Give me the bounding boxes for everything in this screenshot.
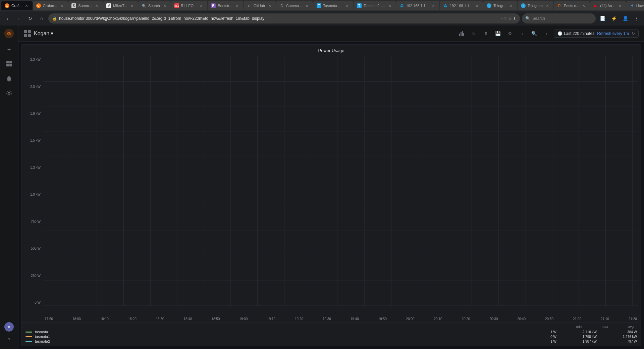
extensions-button[interactable]: ⚡ — [609, 14, 619, 23]
x-label-1830: 18:30 — [156, 317, 164, 321]
tab-close-mikrotik[interactable]: ✕ — [129, 3, 135, 8]
tab-close-youtube[interactable]: ✕ — [617, 3, 623, 8]
tab-tasmota2[interactable]: T Tasmota2 -... ✕ — [354, 1, 396, 10]
next-range-button[interactable]: › — [542, 29, 551, 38]
sidebar-item-add[interactable]: + — [2, 43, 16, 56]
user-avatar[interactable]: A — [4, 322, 14, 332]
legend-row-tasmota2-cyan[interactable]: tasmota2 1 W 1.987 kW 797 W — [25, 339, 637, 343]
tab-telegram2[interactable]: T Telegram ✕ — [518, 1, 553, 10]
settings-button[interactable]: ⚙ — [505, 29, 515, 38]
tab-grafana2[interactable]: G Grafan... ✕ — [33, 1, 68, 10]
svg-rect-4 — [6, 64, 9, 66]
tab-close-github[interactable]: ✕ — [267, 3, 272, 8]
svg-rect-5 — [9, 64, 12, 66]
sidebar-item-alerting[interactable] — [2, 72, 16, 86]
back-button[interactable]: ‹ — [3, 14, 12, 23]
legend-stats-tasmota1-orange: 0 W 1.790 kW 1.276 kW — [536, 335, 637, 339]
tab-favicon-grafana: G — [5, 3, 9, 8]
x-label-2050: 20:50 — [545, 317, 553, 321]
tab-close-grafana[interactable]: ✕ — [24, 3, 29, 8]
svg-rect-2 — [6, 61, 9, 63]
dashboard-grid-icon — [24, 30, 31, 37]
tab-favicon-bootstrap: B — [211, 3, 216, 8]
refresh-spin-icon: ↻ — [632, 31, 635, 36]
legend-header: min max avg — [25, 325, 637, 329]
svg-rect-8 — [459, 34, 460, 36]
tab-close-ip2[interactable]: ✕ — [474, 3, 480, 8]
grid-cell-1 — [24, 30, 27, 33]
sidebar-bottom: A ? — [2, 322, 16, 346]
tab-title-tasmota2: Tasmota2 -... — [364, 4, 385, 8]
tab-grafana-kogan[interactable]: G Graf... ✕ — [1, 1, 33, 10]
tab-close-tasmota1[interactable]: ✕ — [344, 3, 350, 8]
tab-tasmota1[interactable]: T Tasmota -... ✕ — [313, 1, 353, 10]
tab-favicon-youtube: ▶ — [593, 3, 598, 8]
tab-posts[interactable]: P Posts c... ✕ — [554, 1, 590, 10]
tab-favicon-mikrotik: M — [106, 3, 111, 8]
x-label-2010: 20:10 — [434, 317, 442, 321]
menu-button[interactable]: ⋮ — [632, 14, 641, 23]
legend-max-tasmota1-orange: 1.790 kW — [577, 335, 597, 339]
svg-point-6 — [8, 80, 10, 82]
dashboard-header: Kogan ▾ ☆ ⬆ 💾 ⚙ ‹ 🔍 › 🕐 Last 220 minutes… — [18, 26, 644, 42]
legend-max-tasmota1-green: 2.110 kW — [577, 330, 597, 334]
share-button[interactable]: ⬆ — [481, 29, 491, 38]
prev-range-button[interactable]: ‹ — [518, 29, 527, 38]
profile-button[interactable]: 👤 — [621, 14, 630, 23]
legend-row-tasmota1-orange[interactable]: tasmota1 0 W 1.790 kW 1.276 kW — [25, 335, 637, 339]
sidebar-item-settings[interactable] — [2, 87, 16, 101]
chart-svg — [43, 56, 638, 306]
save-button[interactable]: 💾 — [493, 29, 503, 38]
legend-row-tasmota1-green[interactable]: tasmota1 1 W 2.110 kW 384 W — [25, 330, 637, 334]
legend-label-tasmota1-orange: tasmota1 — [35, 335, 534, 339]
grafana-logo[interactable]: G — [4, 28, 14, 39]
header-actions: ☆ ⬆ 💾 ⚙ ‹ 🔍 › 🕐 Last 220 minutes Refresh… — [457, 29, 639, 38]
tab-close-ip1[interactable]: ✕ — [431, 3, 436, 8]
tab-ip1[interactable]: 🌐 192.168.1.1... ✕ — [396, 1, 439, 10]
y-label-20kw: 2.0 kW — [23, 85, 41, 89]
tab-close-telegram1[interactable]: ✕ — [508, 3, 514, 8]
bookmarks-button[interactable]: 📑 — [598, 14, 607, 23]
sidebar-item-dashboards[interactable] — [2, 58, 16, 71]
y-label-1kw: 1.0 kW — [23, 193, 41, 196]
tab-mikrotik[interactable]: M MikroT... ✕ — [103, 1, 138, 10]
x-label-1840: 18:40 — [183, 317, 192, 321]
tab-youtube[interactable]: ▶ (44) An... ✕ — [590, 1, 626, 10]
dashboard-title[interactable]: Kogan ▾ — [34, 30, 53, 37]
tab-telegram1[interactable]: T Telegr... ✕ — [483, 1, 517, 10]
tab-bootstrap[interactable]: B Bootstr... ✕ — [208, 1, 243, 10]
tab-close-bootstrap[interactable]: ✕ — [234, 3, 240, 8]
sidebar-item-help[interactable]: ? — [2, 333, 16, 346]
x-label-2000: 20:00 — [406, 317, 415, 321]
tab-howto[interactable]: H How d... ✕ — [626, 1, 644, 10]
tab-close-511[interactable]: ✕ — [199, 3, 204, 8]
tab-close-tasmota2[interactable]: ✕ — [387, 3, 392, 8]
tab-search[interactable]: 🔍 Search ✕ — [138, 1, 171, 10]
bell-icon — [6, 76, 12, 83]
star-button[interactable]: ☆ — [469, 29, 479, 38]
tab-close-comma[interactable]: ✕ — [304, 3, 310, 8]
tab-comma[interactable]: C Comma... ✕ — [276, 1, 313, 10]
tab-summary[interactable]: S Summ... ✕ — [68, 1, 103, 10]
tab-close-posts[interactable]: ✕ — [581, 3, 586, 8]
tab-ip2[interactable]: 🌐 192.168.1.1... ✕ — [440, 1, 483, 10]
chevron-down-icon: ▾ — [51, 30, 53, 37]
tab-511[interactable]: 511 511 EO... ✕ — [171, 1, 207, 10]
home-button[interactable]: ⌂ — [37, 14, 46, 23]
tab-close-g2[interactable]: ✕ — [59, 3, 64, 8]
reload-button[interactable]: ↻ — [25, 14, 35, 23]
forward-button[interactable]: › — [14, 14, 23, 23]
legend-color-tasmota1-green — [25, 332, 32, 333]
zoom-button[interactable]: 🔍 — [530, 29, 539, 38]
tab-close-telegram2[interactable]: ✕ — [545, 3, 550, 8]
tab-close-search[interactable]: ✕ — [162, 3, 167, 8]
tab-github[interactable]: ⊙ GitHub ✕ — [244, 1, 276, 10]
y-label-750: 750 W — [23, 220, 41, 223]
browser-search-bar[interactable]: 🔍 Search — [522, 13, 596, 23]
x-label-1820: 18:20 — [128, 317, 137, 321]
panel-graph-button[interactable] — [457, 29, 467, 38]
url-bar[interactable]: 🔒 house.monitor:3000/d/WkgOhbkGk/kogan?p… — [48, 13, 520, 23]
tab-close-summary[interactable]: ✕ — [94, 3, 99, 8]
time-range-picker[interactable]: 🕐 Last 220 minutes Refresh every 1m ↻ — [554, 30, 639, 38]
chart-area: 0 W 250 W 500 W 750 W 1.0 kW 1.3 kW 1.5 … — [21, 56, 641, 322]
